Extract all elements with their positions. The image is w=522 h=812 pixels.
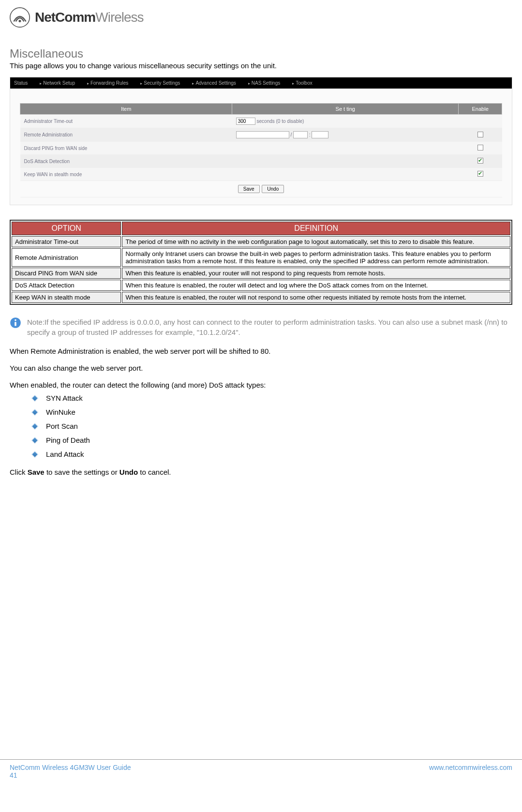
save-instruction: Click Save to save the settings or Undo … [10,468,512,476]
remote-ip-input[interactable] [236,131,289,138]
nav-advanced: Advanced Settings [192,80,236,86]
para-change-port: You can also change the web server port. [10,364,512,372]
def-row: Keep WAN in stealth modeWhen this featur… [12,292,510,303]
remote-port-input[interactable] [312,131,328,138]
brand-logo-icon [10,7,30,28]
definition-table: OPTION DEFINITION Administrator Time-out… [10,220,512,305]
svg-rect-4 [15,322,16,326]
label-timeout: Administrator Time-out [20,115,232,128]
list-item: Ping of Death [46,436,512,444]
timeout-suffix: seconds (0 to disable) [257,119,304,124]
row-dos: DoS Attack Detection [20,155,502,168]
list-item: Land Attack [46,450,512,458]
svg-point-1 [18,20,21,22]
col-enable: Enable [459,104,502,115]
remote-admin-checkbox[interactable] [477,132,483,137]
settings-table: Item Se t ting Enable Administrator Time… [20,103,502,197]
label-discard-ping: Discard PING from WAN side [20,142,232,155]
def-col-definition: DEFINITION [122,222,510,235]
row-timeout: Administrator Time-out seconds (0 to dis… [20,115,502,128]
footer-guide: NetComm Wireless 4GM3W User Guide [10,764,131,771]
row-discard-ping: Discard PING from WAN side [20,142,502,155]
nav-nas: NAS Settings [248,80,280,86]
info-icon [10,317,21,329]
label-stealth: Keep WAN in stealth mode [20,168,232,181]
def-row: Discard PING from WAN sideWhen this feat… [12,268,510,279]
list-item: Port Scan [46,422,512,430]
nav-forwarding: Forwarding Rules [87,80,128,86]
list-item: WinNuke [46,408,512,416]
brand-name: NetCommWireless [35,10,144,25]
page-title: Miscellaneous [10,47,512,60]
row-stealth: Keep WAN in stealth mode [20,168,502,181]
def-row: Administrator Time-outThe period of time… [12,236,510,247]
footer-url: www.netcommwireless.com [429,764,512,779]
row-remote-admin: Remote Administration / : [20,128,502,142]
brand-header: NetCommWireless [10,7,512,28]
stealth-checkbox[interactable] [477,171,483,177]
nav-toolbox: Toolbox [292,80,312,86]
para-port-shift: When Remote Administration is enabled, t… [10,347,512,355]
col-item: Item [20,104,232,115]
intro-text: This page allows you to change various m… [10,61,512,70]
footer-page-number: 41 [10,771,131,779]
discard-ping-checkbox[interactable] [477,145,483,150]
router-ui-screenshot: Status Network Setup Forwarding Rules Se… [10,77,512,205]
para-attacks-intro: When enabled, the router can detect the … [10,381,512,389]
nav-security: Security Settings [140,80,180,86]
note-text: Note:If the specified IP address is 0.0.… [27,317,512,337]
def-col-option: OPTION [12,222,121,235]
page-footer: NetComm Wireless 4GM3W User Guide 41 www… [0,759,522,784]
label-dos: DoS Attack Detection [20,155,232,168]
col-setting: Se t ting [232,104,459,115]
nav-network-setup: Network Setup [40,80,75,86]
attack-list: SYN Attack WinNuke Port Scan Ping of Dea… [46,394,512,458]
list-item: SYN Attack [46,394,512,402]
remote-mask-input[interactable] [293,131,308,138]
label-remote-admin: Remote Administration [20,128,232,142]
save-button[interactable]: Save [238,185,260,193]
nav-status: Status [14,80,28,86]
undo-button[interactable]: Undo [262,185,284,193]
def-row: DoS Attack DetectionWhen this feature is… [12,280,510,291]
def-row: Remote AdministrationNormally only Intra… [12,248,510,267]
note-block: Note:If the specified IP address is 0.0.… [10,317,512,337]
timeout-input[interactable] [236,118,255,125]
router-nav: Status Network Setup Forwarding Rules Se… [10,77,512,89]
svg-point-3 [15,319,16,321]
dos-checkbox[interactable] [477,158,483,164]
